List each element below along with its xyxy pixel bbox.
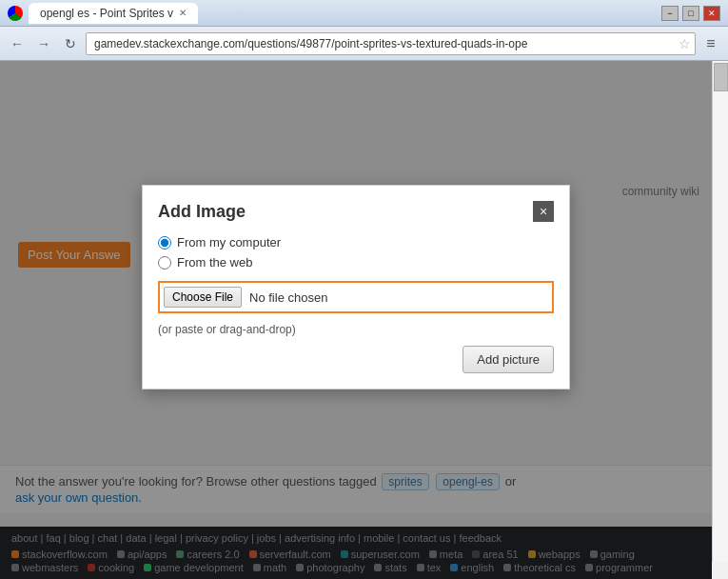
browser-tab[interactable]: opengl es - Point Sprites v ✕ [29,3,198,24]
back-button[interactable]: ← [6,32,29,55]
dialog-close-button[interactable]: × [533,201,554,222]
maximize-button[interactable]: □ [682,6,699,21]
choose-file-button[interactable]: Choose File [164,287,242,308]
paste-drag-text: (or paste or drag-and-drop) [158,323,554,336]
add-image-dialog: Add Image × From my computer From the we… [142,185,570,389]
browser-favicon [8,6,23,21]
radio-computer-text: From my computer [177,235,281,250]
page-content: Post Your Answe community wiki Not the a… [0,61,728,579]
dialog-footer: Add picture [158,346,554,373]
add-picture-button[interactable]: Add picture [462,346,554,373]
window-controls: − □ ✕ [661,6,720,21]
address-bar[interactable]: gamedev.stackexchange.com/questions/4987… [86,32,696,55]
dialog-title: Add Image [158,202,246,222]
address-text: gamedev.stackexchange.com/questions/4987… [94,37,527,50]
radio-web-text: From the web [177,255,252,270]
forward-button[interactable]: → [32,32,55,55]
minimize-button[interactable]: − [661,6,679,21]
tab-close-icon[interactable]: ✕ [179,8,187,18]
radio-web-input[interactable] [158,256,171,270]
radio-computer-label[interactable]: From my computer [158,235,554,250]
menu-button[interactable]: ≡ [699,32,722,55]
titlebar: opengl es - Point Sprites v ✕ − □ ✕ [0,0,728,27]
tab-title: opengl es - Point Sprites v [40,7,173,20]
file-input-wrapper: Choose File No file chosen [158,281,554,313]
file-input-area: Choose File No file chosen [158,281,554,313]
dialog-header: Add Image × [158,201,554,222]
refresh-button[interactable]: ↻ [59,32,82,55]
radio-computer-input[interactable] [158,236,171,250]
star-icon: ☆ [679,36,691,51]
radio-group: From my computer From the web [158,235,554,270]
browser-toolbar: ← → ↻ gamedev.stackexchange.com/question… [0,27,728,61]
file-chosen-text: No file chosen [249,290,327,305]
radio-web-label[interactable]: From the web [158,255,554,270]
close-button[interactable]: ✕ [703,6,720,21]
scrollbar-thumb[interactable] [714,63,728,91]
scrollbar-vertical[interactable] [712,61,728,562]
modal-overlay: Add Image × From my computer From the we… [0,61,712,579]
